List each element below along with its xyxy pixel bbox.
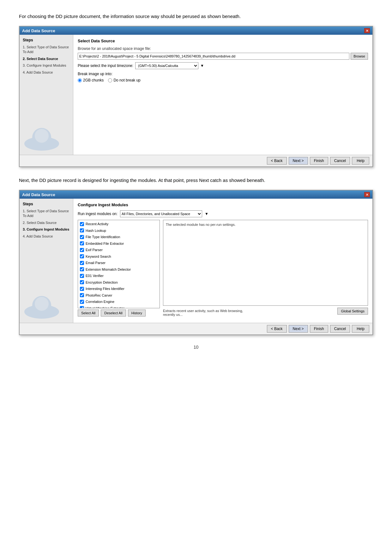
module-checkbox-encryption[interactable] [80,280,84,284]
steps-heading-1: Steps [23,38,70,42]
module-label-vm-extractor: Virtual Machine Extractor [86,306,124,309]
module-checkbox-keyword-search[interactable] [80,254,84,258]
back-button-1[interactable]: < Back [267,157,287,165]
radio-no-break[interactable] [108,78,112,82]
step-2-3: 3. Configure Ingest Modules [23,227,70,232]
module-checkbox-embedded-extractor[interactable] [80,241,84,245]
timezone-dropdown-arrow: ▼ [200,63,204,68]
svg-point-5 [35,297,49,311]
step-2-4: 4. Add Data Source [23,234,70,239]
intro-paragraph-1: For choosing the DD picture document, th… [19,13,373,20]
module-e01-verifier[interactable]: E01 Verifier [79,273,159,279]
module-label-exif-parser: Exif Parser [86,247,103,253]
module-label-recent-activity: Recent Activity [86,221,108,227]
module-settings-panel: The selected module has no per-run setti… [163,220,368,306]
module-checkbox-ext-mismatch[interactable] [80,267,84,271]
bottom-actions: Select All Deselect All History [78,310,160,316]
module-hash-lookup[interactable]: Hash Lookup [79,227,159,234]
module-keyword-search[interactable]: Keyword Search [79,253,159,260]
help-button-1[interactable]: Help [352,157,369,165]
module-label-ext-mismatch: Extension Mismatch Detector [86,267,131,272]
module-checkbox-e01-verifier[interactable] [80,274,84,278]
content-heading-1: Select Data Source [78,39,368,43]
history-button[interactable]: History [128,310,146,316]
dialog-add-data-source-2: Add Data Source ✕ Steps 1. Select Type o… [19,190,373,335]
module-encryption[interactable]: Encryption Detection [79,279,159,286]
browse-label: Browse for an unallocated space image fi… [78,46,368,51]
module-checkbox-vm-extractor[interactable] [80,306,84,308]
step-1-3: 3. Configure Ingest Modules [23,63,70,68]
modules-area: Recent Activity Hash Lookup File Type Id… [78,220,368,316]
browse-button[interactable]: Browse [351,53,368,60]
watermark-1 [23,126,61,152]
file-path-row: Browse [78,53,368,60]
finish-button-2[interactable]: Finish [310,325,328,333]
module-checkbox-file-type[interactable] [80,235,84,239]
global-settings-button[interactable]: Global Settings [337,308,368,315]
content-panel-2: Configure Ingest Modules Run ingest modu… [73,199,372,323]
dialog-footer-1: < Back Next > Finish Cancel Help [20,155,372,166]
cancel-button-2[interactable]: Cancel [330,325,350,333]
dialog-title-2: Add Data Source [22,192,55,197]
radio-nobreak-label[interactable]: Do not break up [108,78,140,82]
run-select-arrow: ▼ [205,212,208,216]
module-checkbox-hash-lookup[interactable] [80,228,84,232]
module-label-keyword-search: Keyword Search [86,254,111,259]
dialog-body-2: Steps 1. Select Type of Data Source To A… [20,199,372,323]
module-exif-parser[interactable]: Exif Parser [79,247,159,253]
radio-nobreak-text: Do not break up [113,78,140,82]
select-all-button[interactable]: Select All [78,310,99,316]
dialog-close-button-2[interactable]: ✕ [364,192,370,197]
module-label-embedded-extractor: Embedded File Extractor [86,241,124,246]
run-on-select[interactable]: All Files, Directories, and Unallocated … [120,210,202,217]
intro-paragraph-2: Next, the DD picture record is designed … [19,177,373,184]
run-on-row: Run ingest modules on: All Files, Direct… [78,210,368,217]
module-label-e01-verifier: E01 Verifier [86,273,104,279]
timezone-select[interactable]: (GMT+5:30) Asia/Calcutta [135,62,198,69]
back-button-2[interactable]: < Back [267,325,287,333]
svg-point-2 [35,129,49,143]
module-checkbox-recent-activity[interactable] [80,222,84,226]
module-embedded-extractor[interactable]: Embedded File Extractor [79,240,159,247]
module-interesting-files[interactable]: Interesting Files Identifier [79,286,159,292]
module-ext-mismatch[interactable]: Extension Mismatch Detector [79,266,159,273]
next-button-1[interactable]: Next > [289,157,308,165]
finish-button-1[interactable]: Finish [310,157,328,165]
next-button-2[interactable]: Next > [289,325,308,333]
module-checkbox-interesting-files[interactable] [80,287,84,291]
module-checkbox-correlation[interactable] [80,300,84,304]
radio-2gb[interactable] [78,78,82,82]
deselect-all-button[interactable]: Deselect All [101,310,126,316]
page-number: 10 [19,345,373,350]
settings-text: The selected module has no per-run setti… [166,223,236,226]
module-recent-activity[interactable]: Recent Activity [79,221,159,227]
cancel-button-1[interactable]: Cancel [330,157,350,165]
modules-list[interactable]: Recent Activity Hash Lookup File Type Id… [78,220,160,308]
steps-panel-2: Steps 1. Select Type of Data Source To A… [20,199,73,323]
radio-2gb-label[interactable]: 2GB chunks [78,78,104,82]
steps-heading-2: Steps [23,202,70,206]
module-file-type[interactable]: File Type Identification [79,234,159,240]
dialog-title-1: Add Data Source [22,28,55,33]
step-1-4: 4. Add Data Source [23,70,70,75]
watermark-2 [23,294,61,320]
dialog-close-button-1[interactable]: ✕ [364,28,370,33]
help-button-2[interactable]: Help [352,325,369,333]
module-label-interesting-files: Interesting Files Identifier [86,286,124,292]
module-checkbox-photorec[interactable] [80,293,84,297]
module-photorec[interactable]: PhotoRec Carver [79,292,159,299]
run-on-label: Run ingest modules on: [78,212,118,216]
dialog-body-1: Steps 1. Select Type of Data Source To A… [20,35,372,155]
module-checkbox-exif-parser[interactable] [80,248,84,252]
module-label-email-parser: Email Parser [86,260,106,266]
module-email-parser[interactable]: Email Parser [79,260,159,266]
step-1-2: 2. Select Data Source [23,57,70,61]
module-label-correlation: Correlation Engine [86,299,114,304]
module-vm-extractor[interactable]: Virtual Machine Extractor [79,305,159,309]
file-path-input[interactable] [78,53,349,60]
module-checkbox-email-parser[interactable] [80,261,84,265]
module-correlation[interactable]: Correlation Engine [79,298,159,305]
break-label: Break image up into: [78,72,368,76]
radio-2gb-text: 2GB chunks [83,78,104,82]
module-label-encryption: Encryption Detection [86,280,118,285]
